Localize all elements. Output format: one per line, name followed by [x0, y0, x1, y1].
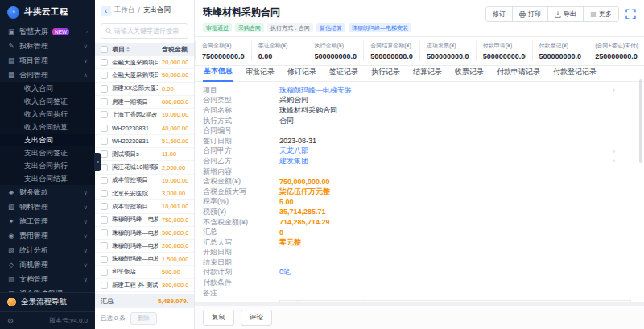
table-row[interactable]: 金融大厦采购项目 50,000.00: [95, 69, 194, 82]
row-checkbox[interactable]: [101, 269, 108, 276]
row-checkbox[interactable]: [101, 98, 108, 105]
table-row[interactable]: WH20230831 51,500.00: [95, 135, 194, 148]
form-row: 开始日期 ›: [203, 248, 636, 258]
sidebar-item-process-navigation[interactable]: 全景流程导航: [0, 292, 95, 311]
row-checkbox[interactable]: [101, 111, 108, 118]
sidebar-collapse-handle[interactable]: ‹: [94, 153, 101, 171]
stat-value: 750000000.00: [202, 52, 245, 60]
sidebar-item[interactable]: ▥ 文档管理 ∨: [0, 272, 95, 286]
breadcrumb-parent[interactable]: 工作台: [114, 6, 135, 15]
search-input[interactable]: [114, 27, 184, 35]
row-amount: 500,000,0...: [162, 229, 188, 236]
sidebar-item-label: 费用管理: [19, 231, 48, 241]
chevron-right-icon[interactable]: ›: [613, 147, 615, 155]
row-checkbox[interactable]: [101, 256, 108, 263]
tab[interactable]: 执行记录: [370, 64, 401, 81]
field-label: 付款计划: [203, 267, 279, 278]
table-row[interactable]: 新建XX总部大厦工... 0.00: [95, 83, 194, 96]
table-row[interactable]: 上海丁香园2期改造... 10,000.00: [95, 109, 194, 121]
sidebar-item[interactable]: 支出合同结算: [0, 172, 95, 185]
document-icon: ▥: [7, 275, 15, 283]
sidebar-item[interactable]: ◈ 财务账款 ∨: [0, 185, 95, 199]
tab[interactable]: 基本信息: [203, 64, 233, 82]
sidebar-item[interactable]: ✦ 施工管理 ∨: [0, 214, 95, 228]
delete-button[interactable]: 删除: [130, 312, 157, 325]
tab[interactable]: 审批记录: [245, 64, 275, 81]
row-checkbox[interactable]: [101, 59, 108, 66]
fullscreen-button[interactable]: [625, 9, 636, 19]
sidebar-item[interactable]: 支出合同签证: [0, 146, 95, 159]
table-row[interactable]: 珠穆朗玛峰—电梯... 1,500,000...: [95, 253, 194, 265]
chevron-icon: ∨: [84, 43, 89, 50]
row-checkbox[interactable]: [101, 242, 108, 249]
table-row[interactable]: 成本管控项目 10,000.00: [95, 175, 194, 187]
row-checkbox[interactable]: [101, 216, 108, 224]
tab[interactable]: 收票记录: [454, 64, 485, 81]
chevron-right-icon[interactable]: ›: [613, 157, 615, 165]
print-button[interactable]: 打印: [512, 7, 547, 21]
table-row[interactable]: 珠穆朗玛峰—电梯... 750,000,0...: [95, 214, 194, 227]
tab[interactable]: 修订记录: [287, 64, 317, 81]
table-row[interactable]: 和平饭店 500.00: [95, 266, 194, 279]
sidebar-item[interactable]: ▧ 物料管理 ∨: [0, 199, 95, 214]
back-icon[interactable]: ‹: [101, 6, 111, 16]
sidebar-item[interactable]: 收入合同执行: [0, 108, 95, 121]
app-logo[interactable]: ◔ 斗拱云工程: [0, 0, 95, 24]
stat-label: (合同+签证)未付(¥): [595, 42, 638, 50]
sidebar-item[interactable]: 收入合同签证: [0, 95, 95, 108]
table-row[interactable]: 滨江花城10期项目-... 2,000.00: [95, 161, 194, 174]
table-row[interactable]: WH20230831 40,000.00: [95, 121, 194, 134]
row-checkbox[interactable]: [101, 72, 108, 79]
table-row[interactable]: 成本管控项目 10,001.00: [95, 200, 194, 213]
table-row[interactable]: 新建工程-外-测试 300,000.0...: [95, 279, 194, 292]
field-label: 含税金额(¥): [203, 176, 279, 187]
footer-action-button[interactable]: 复制: [203, 310, 234, 326]
sort-icon[interactable]: [126, 47, 130, 52]
row-checkbox[interactable]: [101, 203, 108, 210]
stat-label: 合同结算金额(¥): [370, 42, 413, 50]
settings-gear-icon[interactable]: ⚙: [7, 317, 14, 325]
tab[interactable]: 付款登记记录: [552, 64, 597, 81]
construction-icon: ✦: [7, 217, 15, 225]
sidebar-item[interactable]: ◇ 商机管理 ∨: [0, 257, 95, 272]
tab[interactable]: 签证记录: [328, 64, 359, 81]
sidebar-item[interactable]: ▨ 统计分析 ∨: [0, 243, 95, 257]
chevron-right-icon[interactable]: ›: [613, 86, 615, 94]
sidebar-item[interactable]: ▦ 合同管理 ∧: [0, 68, 95, 82]
tab[interactable]: 结算记录: [412, 64, 443, 81]
table-row[interactable]: 测试项目s 11.00: [95, 148, 194, 161]
row-checkbox[interactable]: [101, 282, 108, 289]
row-checkbox[interactable]: [101, 138, 108, 145]
sidebar-item[interactable]: ◉ 费用管理 ∨: [0, 228, 95, 243]
row-checkbox[interactable]: [101, 177, 108, 184]
row-checkbox[interactable]: [101, 150, 108, 158]
sidebar-item[interactable]: ✎ 投标管理 ∨: [0, 39, 95, 53]
sidebar-item[interactable]: 收入合同: [0, 82, 95, 95]
stat-cell: 合同结算金额(¥) 500000000.00: [363, 41, 419, 61]
tab[interactable]: 付款申请记录: [496, 64, 541, 81]
scrollbar[interactable]: [639, 79, 642, 163]
footer-action-button[interactable]: 评论: [241, 310, 272, 326]
sidebar-item[interactable]: ▤ 项目管理 ∨: [0, 53, 95, 68]
table-row[interactable]: 金融大厦采购项目 20,000.00: [95, 56, 194, 69]
table-row[interactable]: 北京长安医院 3,000.00: [95, 187, 194, 200]
row-checkbox[interactable]: [101, 85, 108, 93]
row-checkbox[interactable]: [101, 164, 108, 171]
sidebar-item[interactable]: 支出合同: [0, 134, 95, 146]
stat-cell: 付款申请(¥) 500000000.00: [476, 41, 532, 61]
sidebar-item[interactable]: 收入合同结算: [0, 121, 95, 134]
sidebar-item[interactable]: ▣ 智慧大屏 NEW ›: [0, 24, 95, 39]
revise-button[interactable]: 修订: [486, 7, 512, 21]
more-button[interactable]: 更多: [583, 7, 618, 21]
table-row[interactable]: 房建一期项目 606,000.0...: [95, 96, 194, 109]
row-checkbox[interactable]: [101, 125, 108, 132]
row-checkbox[interactable]: [101, 229, 108, 236]
select-all-checkbox[interactable]: [101, 46, 108, 53]
table-row[interactable]: 珠穆朗玛峰—电梯... 200,000,0...: [95, 240, 194, 253]
sidebar-item[interactable]: ▩ 资金账户管理 ∨: [0, 286, 95, 292]
table-row[interactable]: 珠穆朗玛峰—电梯... 500,000,0...: [95, 227, 194, 240]
row-checkbox[interactable]: [101, 190, 108, 197]
app-window: ◔ 斗拱云工程 ▣ 智慧大屏 NEW › ✎ 投标管理 ∨: [0, 0, 644, 329]
sidebar-item[interactable]: 支出合同执行: [0, 159, 95, 172]
export-button[interactable]: 导出: [547, 7, 583, 21]
